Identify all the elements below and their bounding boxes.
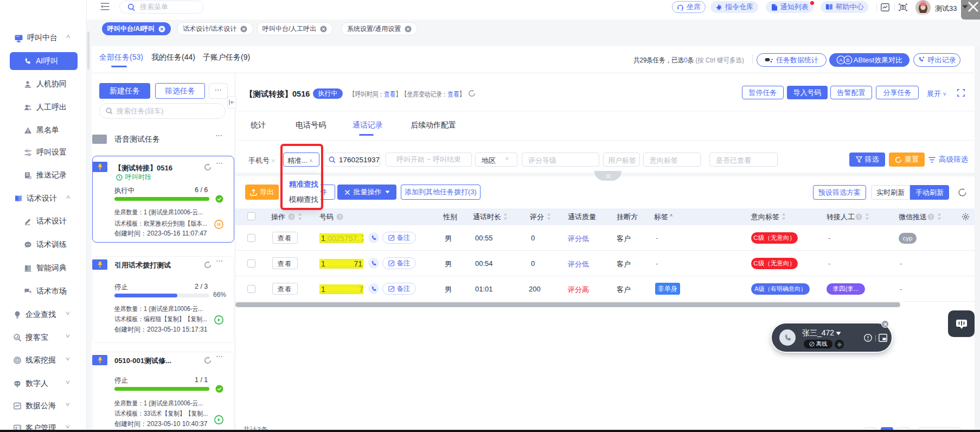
svg-text:?: ?: [930, 214, 932, 220]
svg-text:A: A: [839, 57, 843, 63]
svg-text:?: ?: [338, 214, 341, 220]
svg-text:B: B: [846, 57, 849, 63]
svg-text:?: ?: [290, 214, 293, 220]
svg-text:?: ?: [857, 214, 860, 220]
